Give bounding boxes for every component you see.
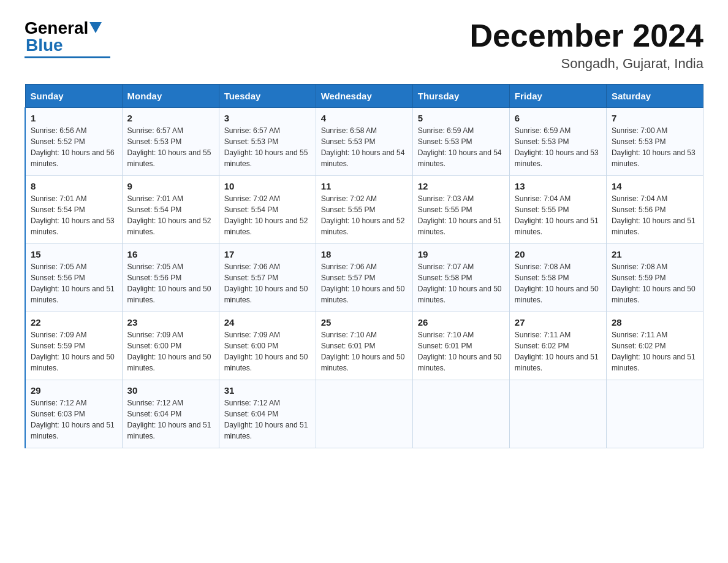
day-info: Sunrise: 7:11 AMSunset: 6:02 PMDaylight:… <box>515 331 599 372</box>
day-number: 8 <box>31 181 117 191</box>
title-area: December 2024 Songadh, Gujarat, India <box>469 18 703 72</box>
day-number: 23 <box>127 317 214 327</box>
calendar-header-row: SundayMondayTuesdayWednesdayThursdayFrid… <box>25 85 703 108</box>
day-info: Sunrise: 6:56 AMSunset: 5:52 PMDaylight:… <box>31 126 115 168</box>
calendar-cell: 29 Sunrise: 7:12 AMSunset: 6:03 PMDaylig… <box>25 380 122 448</box>
day-info: Sunrise: 7:09 AMSunset: 6:00 PMDaylight:… <box>224 331 308 372</box>
calendar-cell: 8 Sunrise: 7:01 AMSunset: 5:54 PMDayligh… <box>25 176 122 244</box>
logo-line <box>25 56 110 58</box>
day-info: Sunrise: 7:07 AMSunset: 5:58 PMDaylight:… <box>418 262 502 304</box>
day-info: Sunrise: 7:01 AMSunset: 5:54 PMDaylight:… <box>127 194 211 236</box>
calendar-cell: 10 Sunrise: 7:02 AMSunset: 5:54 PMDaylig… <box>219 176 316 244</box>
calendar-cell: 18 Sunrise: 7:06 AMSunset: 5:57 PMDaylig… <box>316 244 412 312</box>
calendar-cell: 12 Sunrise: 7:03 AMSunset: 5:55 PMDaylig… <box>412 176 509 244</box>
day-number: 22 <box>31 317 117 327</box>
calendar-cell: 26 Sunrise: 7:10 AMSunset: 6:01 PMDaylig… <box>412 312 509 380</box>
day-info: Sunrise: 7:01 AMSunset: 5:54 PMDaylight:… <box>31 194 115 236</box>
day-info: Sunrise: 7:03 AMSunset: 5:55 PMDaylight:… <box>418 194 502 236</box>
calendar-cell: 3 Sunrise: 6:57 AMSunset: 5:53 PMDayligh… <box>219 108 316 176</box>
day-number: 17 <box>224 249 311 259</box>
day-info: Sunrise: 7:09 AMSunset: 5:59 PMDaylight:… <box>31 331 115 372</box>
day-number: 2 <box>127 113 214 123</box>
day-info: Sunrise: 6:59 AMSunset: 5:53 PMDaylight:… <box>418 126 502 168</box>
day-number: 16 <box>127 249 214 259</box>
calendar-cell: 2 Sunrise: 6:57 AMSunset: 5:53 PMDayligh… <box>122 108 219 176</box>
logo-triangle-icon <box>89 22 102 33</box>
day-info: Sunrise: 7:04 AMSunset: 5:55 PMDaylight:… <box>515 194 599 236</box>
calendar-cell: 4 Sunrise: 6:58 AMSunset: 5:53 PMDayligh… <box>316 108 412 176</box>
week-row-2: 8 Sunrise: 7:01 AMSunset: 5:54 PMDayligh… <box>25 176 703 244</box>
calendar-cell: 11 Sunrise: 7:02 AMSunset: 5:55 PMDaylig… <box>316 176 412 244</box>
calendar-cell: 7 Sunrise: 7:00 AMSunset: 5:53 PMDayligh… <box>606 108 703 176</box>
day-number: 3 <box>224 113 311 123</box>
week-row-4: 22 Sunrise: 7:09 AMSunset: 5:59 PMDaylig… <box>25 312 703 380</box>
day-info: Sunrise: 7:09 AMSunset: 6:00 PMDaylight:… <box>127 331 211 372</box>
day-number: 19 <box>418 249 504 259</box>
day-number: 27 <box>515 317 601 327</box>
day-number: 1 <box>31 113 117 123</box>
calendar-cell: 13 Sunrise: 7:04 AMSunset: 5:55 PMDaylig… <box>509 176 606 244</box>
week-row-1: 1 Sunrise: 6:56 AMSunset: 5:52 PMDayligh… <box>25 108 703 176</box>
day-info: Sunrise: 7:05 AMSunset: 5:56 PMDaylight:… <box>127 262 211 304</box>
day-number: 13 <box>515 181 601 191</box>
day-info: Sunrise: 7:05 AMSunset: 5:56 PMDaylight:… <box>31 262 115 304</box>
day-number: 21 <box>612 249 698 259</box>
calendar-cell: 27 Sunrise: 7:11 AMSunset: 6:02 PMDaylig… <box>509 312 606 380</box>
day-number: 7 <box>612 113 698 123</box>
calendar-cell: 24 Sunrise: 7:09 AMSunset: 6:00 PMDaylig… <box>219 312 316 380</box>
day-info: Sunrise: 7:12 AMSunset: 6:04 PMDaylight:… <box>127 399 211 440</box>
calendar-cell: 9 Sunrise: 7:01 AMSunset: 5:54 PMDayligh… <box>122 176 219 244</box>
calendar-cell: 30 Sunrise: 7:12 AMSunset: 6:04 PMDaylig… <box>122 380 219 448</box>
day-number: 6 <box>515 113 601 123</box>
calendar-cell: 1 Sunrise: 6:56 AMSunset: 5:52 PMDayligh… <box>25 108 122 176</box>
calendar-cell: 23 Sunrise: 7:09 AMSunset: 6:00 PMDaylig… <box>122 312 219 380</box>
day-number: 14 <box>612 181 698 191</box>
calendar-cell <box>606 380 703 448</box>
day-info: Sunrise: 7:11 AMSunset: 6:02 PMDaylight:… <box>612 331 696 372</box>
header-wednesday: Wednesday <box>316 85 412 108</box>
day-number: 20 <box>515 249 601 259</box>
day-info: Sunrise: 6:57 AMSunset: 5:53 PMDaylight:… <box>224 126 308 168</box>
day-info: Sunrise: 7:08 AMSunset: 5:59 PMDaylight:… <box>612 262 696 304</box>
calendar-cell: 31 Sunrise: 7:12 AMSunset: 6:04 PMDaylig… <box>219 380 316 448</box>
day-number: 15 <box>31 249 117 259</box>
calendar-cell: 17 Sunrise: 7:06 AMSunset: 5:57 PMDaylig… <box>219 244 316 312</box>
day-number: 30 <box>127 385 214 396</box>
calendar-cell: 20 Sunrise: 7:08 AMSunset: 5:58 PMDaylig… <box>509 244 606 312</box>
page-header: General Blue December 2024 Songadh, Guja… <box>25 18 703 72</box>
day-info: Sunrise: 7:00 AMSunset: 5:53 PMDaylight:… <box>612 126 696 168</box>
day-number: 9 <box>127 181 214 191</box>
day-info: Sunrise: 7:02 AMSunset: 5:55 PMDaylight:… <box>321 194 405 236</box>
calendar-cell: 5 Sunrise: 6:59 AMSunset: 5:53 PMDayligh… <box>412 108 509 176</box>
calendar-cell <box>316 380 412 448</box>
day-number: 5 <box>418 113 504 123</box>
header-thursday: Thursday <box>412 85 509 108</box>
day-number: 4 <box>321 113 408 123</box>
day-info: Sunrise: 7:12 AMSunset: 6:04 PMDaylight:… <box>224 399 308 440</box>
day-number: 12 <box>418 181 504 191</box>
day-info: Sunrise: 6:58 AMSunset: 5:53 PMDaylight:… <box>321 126 405 168</box>
calendar-cell <box>509 380 606 448</box>
month-year-title: December 2024 <box>469 18 703 53</box>
day-info: Sunrise: 7:10 AMSunset: 6:01 PMDaylight:… <box>418 331 502 372</box>
calendar-cell <box>412 380 509 448</box>
header-friday: Friday <box>509 85 606 108</box>
week-row-5: 29 Sunrise: 7:12 AMSunset: 6:03 PMDaylig… <box>25 380 703 448</box>
week-row-3: 15 Sunrise: 7:05 AMSunset: 5:56 PMDaylig… <box>25 244 703 312</box>
day-number: 28 <box>612 317 698 327</box>
calendar-cell: 21 Sunrise: 7:08 AMSunset: 5:59 PMDaylig… <box>606 244 703 312</box>
location-subtitle: Songadh, Gujarat, India <box>469 56 703 72</box>
day-number: 11 <box>321 181 408 191</box>
calendar-cell: 15 Sunrise: 7:05 AMSunset: 5:56 PMDaylig… <box>25 244 122 312</box>
calendar-cell: 22 Sunrise: 7:09 AMSunset: 5:59 PMDaylig… <box>25 312 122 380</box>
day-info: Sunrise: 7:08 AMSunset: 5:58 PMDaylight:… <box>515 262 599 304</box>
day-number: 10 <box>224 181 311 191</box>
day-info: Sunrise: 7:02 AMSunset: 5:54 PMDaylight:… <box>224 194 308 236</box>
day-number: 24 <box>224 317 311 327</box>
day-number: 26 <box>418 317 504 327</box>
day-info: Sunrise: 7:04 AMSunset: 5:56 PMDaylight:… <box>612 194 696 236</box>
header-sunday: Sunday <box>25 85 122 108</box>
day-info: Sunrise: 7:12 AMSunset: 6:03 PMDaylight:… <box>31 399 115 440</box>
day-number: 31 <box>224 385 311 396</box>
header-tuesday: Tuesday <box>219 85 316 108</box>
